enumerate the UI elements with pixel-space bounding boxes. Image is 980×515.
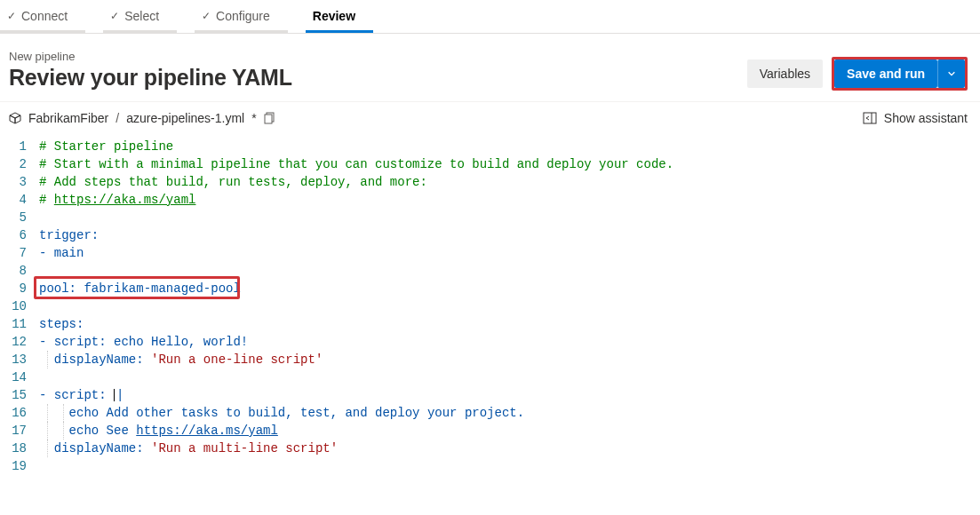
code-token: pool bbox=[39, 281, 69, 296]
code-token: : bbox=[99, 335, 114, 349]
wizard-step-label: Configure bbox=[216, 9, 270, 23]
line-number: 6 bbox=[0, 226, 27, 244]
panel-collapse-icon bbox=[863, 112, 877, 124]
check-icon: ✓ bbox=[110, 10, 119, 22]
line-number: 16 bbox=[0, 404, 27, 422]
breadcrumb-separator: / bbox=[116, 111, 119, 125]
code-line[interactable]: trigger: bbox=[39, 226, 980, 244]
check-icon: ✓ bbox=[202, 10, 211, 22]
line-number: 4 bbox=[0, 191, 27, 209]
wizard-step-configure[interactable]: ✓Configure bbox=[195, 0, 288, 33]
code-token: - bbox=[39, 388, 54, 402]
line-number: 11 bbox=[0, 315, 27, 333]
code-token: https://aka.ms/yaml bbox=[136, 424, 278, 438]
dirty-indicator: * bbox=[251, 111, 256, 125]
wizard-step-select[interactable]: ✓Select bbox=[103, 0, 177, 33]
code-token bbox=[39, 424, 69, 438]
line-number: 2 bbox=[0, 155, 27, 173]
code-line[interactable]: - main bbox=[39, 244, 980, 262]
page-title: Review your pipeline YAML bbox=[9, 65, 292, 91]
indent-guide bbox=[47, 440, 48, 457]
code-token: main bbox=[54, 246, 84, 260]
code-line[interactable] bbox=[39, 297, 980, 315]
code-token: script bbox=[54, 388, 99, 402]
code-line[interactable]: echo Add other tasks to build, test, and… bbox=[39, 404, 980, 422]
code-line[interactable]: displayName: 'Run a multi-line script' bbox=[39, 440, 980, 457]
code-token: | bbox=[116, 388, 123, 402]
line-number: 10 bbox=[0, 297, 27, 315]
code-token: echo See bbox=[69, 424, 137, 438]
page-subtitle: New pipeline bbox=[9, 50, 292, 63]
line-number: 9 bbox=[0, 280, 27, 297]
line-number: 14 bbox=[0, 368, 27, 386]
chevron-down-icon bbox=[947, 69, 956, 78]
line-gutter: 12345678910111213141516171819 bbox=[0, 138, 39, 475]
show-assistant-button[interactable]: Show assistant bbox=[863, 111, 968, 125]
code-token: 'Run a multi-line script' bbox=[151, 441, 338, 456]
line-number: 15 bbox=[0, 386, 27, 404]
line-number: 5 bbox=[0, 209, 27, 226]
code-token: : bbox=[136, 441, 151, 456]
code-token: : bbox=[69, 281, 84, 296]
breadcrumb-row: FabrikamFiber / azure-pipelines-1.yml * … bbox=[0, 101, 980, 134]
code-token: 'Run a one-line script' bbox=[151, 353, 323, 367]
check-icon: ✓ bbox=[7, 10, 16, 22]
code-line[interactable] bbox=[39, 209, 980, 226]
indent-guide bbox=[63, 422, 64, 440]
code-token: : bbox=[76, 317, 84, 331]
code-token: : bbox=[136, 353, 151, 367]
code-line[interactable]: - script: echo Hello, world! bbox=[39, 333, 980, 351]
code-line[interactable]: # Start with a minimal pipeline that you… bbox=[39, 155, 980, 173]
code-token: steps bbox=[39, 317, 76, 331]
code-token: https://aka.ms/yaml bbox=[54, 193, 196, 207]
code-line[interactable]: # Starter pipeline bbox=[39, 138, 980, 155]
yaml-editor[interactable]: 12345678910111213141516171819 # Starter … bbox=[0, 134, 980, 475]
code-line[interactable]: displayName: 'Run a one-line script' bbox=[39, 351, 980, 368]
code-token: echo Add other tasks to build, test, and… bbox=[69, 406, 524, 420]
line-number: 3 bbox=[0, 173, 27, 191]
wizard-step-review[interactable]: Review bbox=[306, 0, 373, 33]
save-and-run-dropdown[interactable] bbox=[937, 59, 965, 88]
project-icon bbox=[9, 112, 21, 124]
breadcrumb-project[interactable]: FabrikamFiber bbox=[28, 111, 108, 125]
code-line[interactable]: # Add steps that build, run tests, deplo… bbox=[39, 173, 980, 191]
code-line[interactable] bbox=[39, 457, 980, 475]
code-line[interactable]: echo See https://aka.ms/yaml bbox=[39, 422, 980, 440]
indent-guide bbox=[63, 404, 64, 422]
code-token: displayName bbox=[54, 441, 136, 456]
show-assistant-label: Show assistant bbox=[884, 111, 968, 125]
line-number: 13 bbox=[0, 351, 27, 368]
indent-guide bbox=[47, 404, 48, 422]
line-number: 7 bbox=[0, 244, 27, 262]
breadcrumb-file[interactable]: azure-pipelines-1.yml bbox=[126, 111, 244, 125]
code-token bbox=[39, 406, 69, 420]
code-line[interactable] bbox=[39, 262, 980, 280]
code-line[interactable]: pool: fabrikam-managed-pool bbox=[39, 280, 980, 297]
wizard-step-label: Select bbox=[124, 9, 159, 23]
code-line[interactable] bbox=[39, 368, 980, 386]
code-line[interactable]: # https://aka.ms/yaml bbox=[39, 191, 980, 209]
save-and-run-button[interactable]: Save and run bbox=[834, 59, 937, 88]
code-token: # Start with a minimal pipeline that you… bbox=[39, 157, 673, 171]
wizard-step-connect[interactable]: ✓Connect bbox=[0, 0, 85, 33]
code-area[interactable]: # Starter pipeline# Start with a minimal… bbox=[39, 138, 980, 475]
code-token: echo Hello, world! bbox=[114, 335, 248, 349]
code-token: : bbox=[92, 228, 99, 242]
code-token: - bbox=[39, 246, 54, 260]
code-token: fabrikam-managed-pool bbox=[84, 281, 240, 296]
copy-icon[interactable] bbox=[264, 112, 276, 124]
wizard-step-label: Review bbox=[313, 9, 355, 23]
save-run-highlight: Save and run bbox=[832, 57, 968, 91]
code-token: # Starter pipeline bbox=[39, 139, 173, 154]
code-line[interactable]: steps: bbox=[39, 315, 980, 333]
variables-button[interactable]: Variables bbox=[747, 59, 823, 88]
code-line[interactable]: - script: | bbox=[39, 386, 980, 404]
line-number: 19 bbox=[0, 457, 27, 475]
line-number: 12 bbox=[0, 333, 27, 351]
wizard-steps: ✓Connect✓Select✓ConfigureReview bbox=[0, 0, 980, 34]
line-number: 1 bbox=[0, 138, 27, 155]
code-token: trigger bbox=[39, 228, 92, 242]
indent-guide bbox=[47, 351, 48, 368]
line-number: 8 bbox=[0, 262, 27, 280]
code-token: : bbox=[99, 388, 114, 402]
